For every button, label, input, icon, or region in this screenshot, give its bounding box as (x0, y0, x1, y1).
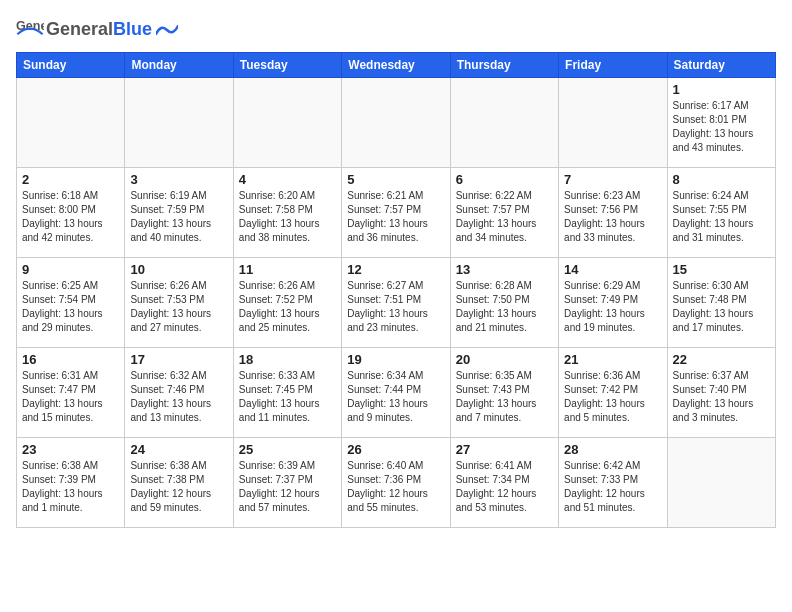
day-info: Sunrise: 6:38 AM Sunset: 7:38 PM Dayligh… (130, 459, 227, 515)
header-area: General GeneralBlue (16, 16, 776, 44)
day-info: Sunrise: 6:26 AM Sunset: 7:52 PM Dayligh… (239, 279, 336, 335)
day-number: 23 (22, 442, 119, 457)
calendar-cell: 8Sunrise: 6:24 AM Sunset: 7:55 PM Daylig… (667, 168, 775, 258)
logo: General GeneralBlue (16, 16, 178, 44)
weekday-header-wednesday: Wednesday (342, 53, 450, 78)
calendar-cell: 5Sunrise: 6:21 AM Sunset: 7:57 PM Daylig… (342, 168, 450, 258)
calendar-cell (450, 78, 558, 168)
day-info: Sunrise: 6:26 AM Sunset: 7:53 PM Dayligh… (130, 279, 227, 335)
day-number: 24 (130, 442, 227, 457)
day-info: Sunrise: 6:28 AM Sunset: 7:50 PM Dayligh… (456, 279, 553, 335)
day-info: Sunrise: 6:18 AM Sunset: 8:00 PM Dayligh… (22, 189, 119, 245)
day-info: Sunrise: 6:20 AM Sunset: 7:58 PM Dayligh… (239, 189, 336, 245)
day-number: 28 (564, 442, 661, 457)
calendar-cell (667, 438, 775, 528)
calendar-week-row: 1Sunrise: 6:17 AM Sunset: 8:01 PM Daylig… (17, 78, 776, 168)
day-number: 19 (347, 352, 444, 367)
calendar-cell: 18Sunrise: 6:33 AM Sunset: 7:45 PM Dayli… (233, 348, 341, 438)
calendar-cell: 9Sunrise: 6:25 AM Sunset: 7:54 PM Daylig… (17, 258, 125, 348)
day-info: Sunrise: 6:37 AM Sunset: 7:40 PM Dayligh… (673, 369, 770, 425)
calendar-week-row: 2Sunrise: 6:18 AM Sunset: 8:00 PM Daylig… (17, 168, 776, 258)
calendar-cell (17, 78, 125, 168)
calendar-cell: 15Sunrise: 6:30 AM Sunset: 7:48 PM Dayli… (667, 258, 775, 348)
day-number: 22 (673, 352, 770, 367)
day-number: 16 (22, 352, 119, 367)
blue-wave-icon (156, 20, 178, 38)
calendar-cell (342, 78, 450, 168)
day-number: 4 (239, 172, 336, 187)
weekday-header-sunday: Sunday (17, 53, 125, 78)
day-info: Sunrise: 6:25 AM Sunset: 7:54 PM Dayligh… (22, 279, 119, 335)
calendar-cell: 14Sunrise: 6:29 AM Sunset: 7:49 PM Dayli… (559, 258, 667, 348)
day-number: 1 (673, 82, 770, 97)
day-info: Sunrise: 6:38 AM Sunset: 7:39 PM Dayligh… (22, 459, 119, 515)
day-info: Sunrise: 6:39 AM Sunset: 7:37 PM Dayligh… (239, 459, 336, 515)
calendar-cell: 1Sunrise: 6:17 AM Sunset: 8:01 PM Daylig… (667, 78, 775, 168)
day-info: Sunrise: 6:42 AM Sunset: 7:33 PM Dayligh… (564, 459, 661, 515)
calendar-cell (233, 78, 341, 168)
day-number: 18 (239, 352, 336, 367)
day-info: Sunrise: 6:24 AM Sunset: 7:55 PM Dayligh… (673, 189, 770, 245)
day-number: 9 (22, 262, 119, 277)
day-info: Sunrise: 6:40 AM Sunset: 7:36 PM Dayligh… (347, 459, 444, 515)
calendar-header-row: SundayMondayTuesdayWednesdayThursdayFrid… (17, 53, 776, 78)
calendar-cell: 3Sunrise: 6:19 AM Sunset: 7:59 PM Daylig… (125, 168, 233, 258)
day-number: 25 (239, 442, 336, 457)
day-info: Sunrise: 6:30 AM Sunset: 7:48 PM Dayligh… (673, 279, 770, 335)
calendar-cell: 22Sunrise: 6:37 AM Sunset: 7:40 PM Dayli… (667, 348, 775, 438)
calendar-cell (125, 78, 233, 168)
day-number: 10 (130, 262, 227, 277)
calendar-cell: 20Sunrise: 6:35 AM Sunset: 7:43 PM Dayli… (450, 348, 558, 438)
calendar-cell: 11Sunrise: 6:26 AM Sunset: 7:52 PM Dayli… (233, 258, 341, 348)
day-number: 15 (673, 262, 770, 277)
day-info: Sunrise: 6:17 AM Sunset: 8:01 PM Dayligh… (673, 99, 770, 155)
day-info: Sunrise: 6:22 AM Sunset: 7:57 PM Dayligh… (456, 189, 553, 245)
day-number: 5 (347, 172, 444, 187)
day-number: 17 (130, 352, 227, 367)
weekday-header-tuesday: Tuesday (233, 53, 341, 78)
weekday-header-friday: Friday (559, 53, 667, 78)
day-number: 2 (22, 172, 119, 187)
calendar-cell: 21Sunrise: 6:36 AM Sunset: 7:42 PM Dayli… (559, 348, 667, 438)
day-info: Sunrise: 6:41 AM Sunset: 7:34 PM Dayligh… (456, 459, 553, 515)
calendar-cell: 25Sunrise: 6:39 AM Sunset: 7:37 PM Dayli… (233, 438, 341, 528)
calendar-cell: 26Sunrise: 6:40 AM Sunset: 7:36 PM Dayli… (342, 438, 450, 528)
day-info: Sunrise: 6:29 AM Sunset: 7:49 PM Dayligh… (564, 279, 661, 335)
day-info: Sunrise: 6:33 AM Sunset: 7:45 PM Dayligh… (239, 369, 336, 425)
day-info: Sunrise: 6:23 AM Sunset: 7:56 PM Dayligh… (564, 189, 661, 245)
day-number: 21 (564, 352, 661, 367)
day-number: 20 (456, 352, 553, 367)
logo-icon: General (16, 16, 44, 44)
day-number: 12 (347, 262, 444, 277)
calendar-cell: 12Sunrise: 6:27 AM Sunset: 7:51 PM Dayli… (342, 258, 450, 348)
weekday-header-monday: Monday (125, 53, 233, 78)
day-number: 27 (456, 442, 553, 457)
calendar-week-row: 23Sunrise: 6:38 AM Sunset: 7:39 PM Dayli… (17, 438, 776, 528)
day-number: 14 (564, 262, 661, 277)
weekday-header-saturday: Saturday (667, 53, 775, 78)
calendar-week-row: 9Sunrise: 6:25 AM Sunset: 7:54 PM Daylig… (17, 258, 776, 348)
calendar-cell: 17Sunrise: 6:32 AM Sunset: 7:46 PM Dayli… (125, 348, 233, 438)
calendar-cell: 16Sunrise: 6:31 AM Sunset: 7:47 PM Dayli… (17, 348, 125, 438)
calendar-week-row: 16Sunrise: 6:31 AM Sunset: 7:47 PM Dayli… (17, 348, 776, 438)
day-info: Sunrise: 6:35 AM Sunset: 7:43 PM Dayligh… (456, 369, 553, 425)
calendar-cell: 6Sunrise: 6:22 AM Sunset: 7:57 PM Daylig… (450, 168, 558, 258)
calendar-cell: 7Sunrise: 6:23 AM Sunset: 7:56 PM Daylig… (559, 168, 667, 258)
day-info: Sunrise: 6:36 AM Sunset: 7:42 PM Dayligh… (564, 369, 661, 425)
day-number: 3 (130, 172, 227, 187)
day-number: 11 (239, 262, 336, 277)
day-info: Sunrise: 6:19 AM Sunset: 7:59 PM Dayligh… (130, 189, 227, 245)
day-info: Sunrise: 6:27 AM Sunset: 7:51 PM Dayligh… (347, 279, 444, 335)
day-number: 13 (456, 262, 553, 277)
day-info: Sunrise: 6:32 AM Sunset: 7:46 PM Dayligh… (130, 369, 227, 425)
day-number: 8 (673, 172, 770, 187)
calendar-cell: 24Sunrise: 6:38 AM Sunset: 7:38 PM Dayli… (125, 438, 233, 528)
calendar-cell: 23Sunrise: 6:38 AM Sunset: 7:39 PM Dayli… (17, 438, 125, 528)
day-number: 26 (347, 442, 444, 457)
calendar-cell: 4Sunrise: 6:20 AM Sunset: 7:58 PM Daylig… (233, 168, 341, 258)
calendar-cell: 28Sunrise: 6:42 AM Sunset: 7:33 PM Dayli… (559, 438, 667, 528)
day-info: Sunrise: 6:31 AM Sunset: 7:47 PM Dayligh… (22, 369, 119, 425)
calendar-cell: 10Sunrise: 6:26 AM Sunset: 7:53 PM Dayli… (125, 258, 233, 348)
calendar: SundayMondayTuesdayWednesdayThursdayFrid… (16, 52, 776, 528)
day-info: Sunrise: 6:34 AM Sunset: 7:44 PM Dayligh… (347, 369, 444, 425)
